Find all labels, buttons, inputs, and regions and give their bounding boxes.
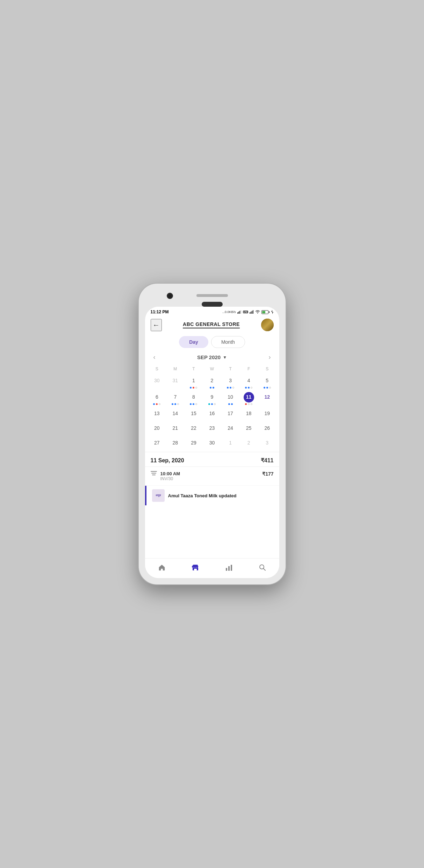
nav-shop[interactable] (186, 562, 205, 573)
phone-camera (167, 293, 173, 299)
cal-day-12[interactable]: 12 (258, 391, 276, 406)
cal-day-10[interactable]: 10 (221, 391, 240, 406)
screen: 11:12 PM ...0.0KB/s LTE (145, 307, 279, 578)
calendar-grid: S M T W T F S 30 31 1 2 3 4 5 6 7 8 (145, 365, 279, 450)
month-dropdown-arrow: ▼ (223, 355, 227, 360)
product-image: अमूल (152, 489, 165, 502)
battery-icon (261, 310, 270, 314)
svg-line-15 (263, 569, 265, 571)
prev-month-button[interactable]: ‹ (151, 352, 158, 362)
transaction-list: 10:00 AM INV/30 ₹177 अमूल Amul Taaza Ton… (145, 467, 279, 558)
cal-day-1-next[interactable]: 1 (221, 436, 240, 450)
home-icon (158, 563, 166, 572)
cal-day-28[interactable]: 28 (166, 436, 185, 450)
svg-point-8 (257, 313, 258, 314)
cal-day-30[interactable]: 30 (203, 436, 221, 450)
cal-day-11-today[interactable]: 11 (239, 391, 258, 406)
filter-icon (151, 471, 157, 475)
month-year-text: SEP 2020 (197, 354, 221, 360)
cal-day-15[interactable]: 15 (185, 407, 203, 421)
transaction-item[interactable]: 10:00 AM INV/30 ₹177 (145, 467, 279, 486)
svg-rect-13 (231, 565, 232, 571)
svg-rect-2 (239, 311, 240, 314)
avatar[interactable] (261, 319, 274, 331)
cal-day-29[interactable]: 29 (185, 436, 203, 450)
status-time: 11:12 PM (151, 310, 169, 314)
title-underline (183, 328, 240, 328)
store-title: ABC GENERAL STORE (183, 321, 240, 327)
lte-badge: LTE (243, 311, 248, 313)
cal-day-3[interactable]: 3 (221, 374, 240, 390)
transaction-amount: ₹177 (262, 471, 273, 477)
cal-day-3-next[interactable]: 3 (258, 436, 276, 450)
cal-day-6[interactable]: 6 (148, 391, 166, 406)
cal-day-14[interactable]: 14 (166, 407, 185, 421)
weekday-sun: S (148, 365, 166, 373)
cal-day-7[interactable]: 7 (166, 391, 185, 406)
phone-frame: 11:12 PM ...0.0KB/s LTE (139, 284, 286, 584)
cal-day-2[interactable]: 2 (203, 374, 221, 390)
month-label[interactable]: SEP 2020 ▼ (197, 354, 227, 360)
nav-home[interactable] (152, 562, 172, 573)
avatar-image (261, 319, 274, 331)
tab-month[interactable]: Month (211, 336, 245, 348)
product-item[interactable]: अमूल Amul Taaza Toned Milk updated (145, 486, 279, 505)
bottom-nav (145, 558, 279, 578)
cal-day-5[interactable]: 5 (258, 374, 276, 390)
signal-text: ...0.0KB/s (222, 310, 236, 314)
lte-signal-icon (250, 310, 254, 314)
cal-day-27[interactable]: 27 (148, 436, 166, 450)
tab-day[interactable]: Day (179, 336, 208, 348)
next-month-button[interactable]: › (266, 352, 273, 362)
cal-day-17[interactable]: 17 (221, 407, 240, 421)
cal-day-30-prev[interactable]: 30 (148, 374, 166, 390)
cal-day-2-next[interactable]: 2 (239, 436, 258, 450)
cal-day-24[interactable]: 24 (221, 422, 240, 436)
app-header: ← ABC GENERAL STORE (145, 316, 279, 333)
selected-date-bar: 11 Sep, 2020 ₹411 (145, 452, 279, 467)
nav-analytics[interactable] (219, 562, 239, 573)
weekday-thu: T (221, 365, 240, 373)
phone-button (202, 302, 223, 307)
weekday-header: S M T W T F S (148, 365, 276, 373)
svg-rect-7 (253, 310, 253, 314)
cal-day-8[interactable]: 8 (185, 391, 203, 406)
selected-date-label: 11 Sep, 2020 (151, 457, 184, 464)
back-button[interactable]: ← (151, 319, 162, 331)
cal-day-19[interactable]: 19 (258, 407, 276, 421)
svg-rect-0 (237, 312, 238, 314)
selected-amount: ₹411 (261, 457, 274, 464)
cal-day-23[interactable]: 23 (203, 422, 221, 436)
cal-day-26[interactable]: 26 (258, 422, 276, 436)
svg-rect-5 (251, 312, 251, 314)
product-name: Amul Taaza Toned Milk updated (168, 493, 274, 498)
search-icon (258, 563, 267, 572)
svg-rect-3 (240, 310, 241, 314)
analytics-icon (225, 563, 233, 572)
status-icons: ...0.0KB/s LTE (222, 310, 274, 314)
cal-day-16[interactable]: 16 (203, 407, 221, 421)
cal-day-20[interactable]: 20 (148, 422, 166, 436)
charging-icon (271, 310, 274, 314)
weekday-fri: F (239, 365, 258, 373)
transaction-time: 10:00 AM (160, 471, 259, 476)
phone-speaker (196, 294, 228, 297)
svg-rect-1 (238, 312, 239, 314)
shop-icon (191, 563, 200, 572)
weekday-wed: W (203, 365, 221, 373)
cal-day-21[interactable]: 21 (166, 422, 185, 436)
cal-day-1[interactable]: 1 (185, 374, 203, 390)
svg-rect-12 (228, 566, 230, 571)
cal-day-25[interactable]: 25 (239, 422, 258, 436)
cal-day-18[interactable]: 18 (239, 407, 258, 421)
wifi-icon (255, 310, 260, 314)
cal-day-22[interactable]: 22 (185, 422, 203, 436)
tab-toggle: Day Month (145, 333, 279, 351)
svg-rect-4 (250, 312, 250, 314)
cal-day-13[interactable]: 13 (148, 407, 166, 421)
cal-day-31-prev[interactable]: 31 (166, 374, 185, 390)
cal-day-9[interactable]: 9 (203, 391, 221, 406)
nav-search[interactable] (253, 562, 272, 573)
svg-rect-10 (194, 569, 197, 570)
cal-day-4[interactable]: 4 (239, 374, 258, 390)
